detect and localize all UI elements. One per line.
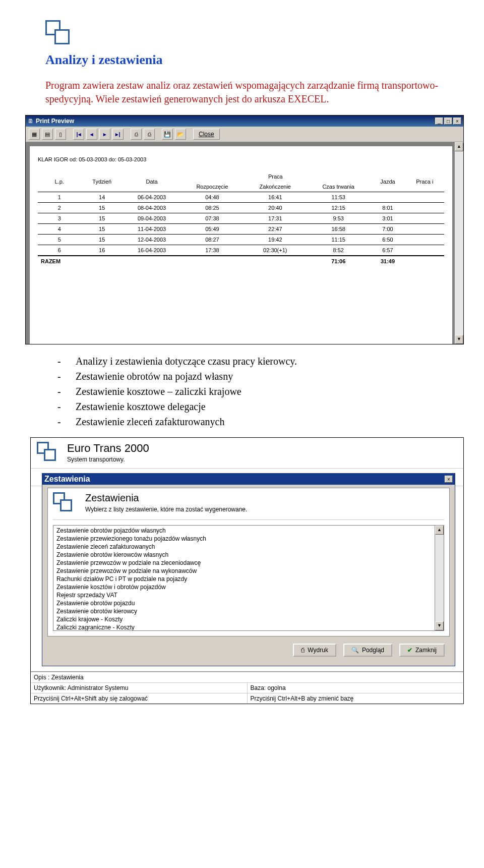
page-full-icon[interactable]: ▦ (29, 129, 40, 140)
listbox-item[interactable]: Zestawienie obrotów pojazdów własnych (54, 527, 443, 535)
table-cell: 20:40 (244, 203, 307, 213)
zamknij-label: Zamknij (415, 647, 437, 654)
first-page-icon[interactable]: |◂ (73, 129, 84, 140)
list-item: -Zestawienie kosztowe – zaliczki krajowe (57, 384, 444, 399)
report-table: L.p. Tydzień Data Praca Jazda Praca i Ro… (38, 171, 444, 266)
listbox-item[interactable]: Zestawienie obrotów kierowcy (54, 607, 443, 615)
wydruk-label: Wydruk (308, 647, 328, 654)
table-cell: 16 (81, 245, 123, 256)
prev-page-icon[interactable]: ◂ (86, 129, 97, 140)
save-icon[interactable]: 💾 (162, 129, 173, 140)
next-page-icon[interactable]: ▸ (99, 129, 110, 140)
bullet-dash: - (57, 384, 64, 399)
app-window: Euro Trans 2000 System transportowy. 👥 🗂… (30, 437, 464, 704)
col-pracai: Praca i (405, 171, 444, 192)
table-cell: 22:47 (244, 224, 307, 235)
close-button[interactable]: × (453, 118, 461, 125)
table-cell (405, 235, 444, 245)
zamknij-button[interactable]: ✔ Zamknij (399, 644, 445, 657)
table-cell: 02:30(+1) (244, 245, 307, 256)
preview-body: KLAR IGOR od: 05-03-2003 do: 05-03-2003 … (26, 142, 463, 344)
table-cell: 06-04-2003 (123, 192, 180, 203)
listbox-item[interactable]: Zestawienie przewozów w podziale na wyko… (54, 567, 443, 575)
scroll-down-icon[interactable]: ▼ (435, 621, 444, 630)
podglad-label: Podgląd (362, 647, 384, 654)
listbox-item[interactable]: Zaliczki zagraniczne - Koszty (54, 623, 443, 631)
close-preview-button[interactable]: Close (193, 129, 220, 140)
last-page-icon[interactable]: ▸| (112, 129, 124, 140)
table-cell: 2 (38, 203, 81, 213)
table-cell: 15 (81, 224, 123, 235)
list-item: -Zestawienie zleceń zafakturowanych (57, 414, 444, 429)
table-cell (370, 192, 405, 203)
wydruk-button[interactable]: ⎙ Wydruk (293, 644, 336, 657)
table-cell: 04:48 (180, 192, 244, 203)
listbox-item[interactable]: Zestawienie kosztów i obrotów pojazdów (54, 583, 443, 591)
table-cell: 19:42 (244, 235, 307, 245)
bullet-text: Analizy i zestawienia dotyczące czasu pr… (76, 354, 297, 369)
check-icon: ✔ (407, 647, 412, 654)
printer-setup-icon[interactable]: ⎙ (131, 129, 142, 140)
listbox-item[interactable]: Zaliczki krajowe - Koszty (54, 615, 443, 623)
open-icon[interactable]: 📂 (175, 129, 186, 140)
listbox-item[interactable]: Zestawienie przewiezionego tonażu pojazd… (54, 535, 443, 543)
total-cell: 31:49 (370, 256, 405, 266)
listbox-item[interactable]: Zestawienie przewozów w podziale na zlec… (54, 559, 443, 567)
listbox-item[interactable]: Zestawienie zleceń zafakturowanych (54, 543, 443, 551)
print-icon[interactable]: ⎙ (144, 129, 155, 140)
status-opis: Opis : Zestawienia (31, 672, 463, 682)
podglad-button[interactable]: 🔍 Podgląd (343, 644, 392, 657)
print-preview-titlebar[interactable]: 🗎 Print Preview _ □ × (26, 115, 463, 127)
table-cell (405, 245, 444, 256)
table-cell: 16-04-2003 (123, 245, 180, 256)
table-cell: 05:49 (180, 224, 244, 235)
listbox-scrollbar[interactable]: ▲ ▼ (435, 526, 444, 630)
status-hint1: Przyciśnij Ctrl+Alt+Shift aby się zalogo… (31, 693, 248, 704)
listbox-item[interactable]: Zestawienie obrotów pojazdu (54, 599, 443, 607)
col-jazda: Jazda (370, 171, 405, 192)
table-cell: 11:15 (307, 235, 370, 245)
scroll-down-icon[interactable]: ▼ (455, 335, 463, 344)
dialog-logo (53, 492, 76, 515)
table-cell: 12:15 (307, 203, 370, 213)
table-cell (405, 203, 444, 213)
bullet-dash: - (57, 414, 64, 429)
table-cell: 3 (38, 213, 81, 224)
col-lp: L.p. (38, 171, 81, 192)
printer-icon: ⎙ (301, 647, 305, 654)
zestawienia-dialog: Zestawienia × Zestawienia Wybierz z list… (42, 473, 455, 666)
listbox-item[interactable]: Zestawienie obrotów kierowców własnych (54, 551, 443, 559)
scroll-up-icon[interactable]: ▲ (455, 142, 463, 151)
table-cell (405, 213, 444, 224)
dialog-titlebar[interactable]: Zestawienia × (42, 474, 455, 485)
total-cell (81, 256, 123, 266)
table-cell: 15 (81, 213, 123, 224)
table-cell: 3:01 (370, 213, 405, 224)
table-cell: 8:01 (370, 203, 405, 213)
dialog-close-button[interactable]: × (445, 476, 453, 483)
listbox-item[interactable]: Rejestr sprzedaży VAT (54, 591, 443, 599)
table-cell: 5 (38, 235, 81, 245)
table-cell: 8:52 (307, 245, 370, 256)
dialog-subtext: Wybierz z listy zestawienie, które ma zo… (85, 506, 247, 513)
col-tydzien: Tydzień (81, 171, 123, 192)
listbox-item[interactable]: Rachunki działów PC i PT w podziale na p… (54, 575, 443, 583)
minimize-button[interactable]: _ (435, 118, 443, 125)
print-preview-window: 🗎 Print Preview _ □ × ▦ ▤ ▯ |◂ ◂ ▸ ▸| ⎙ … (25, 115, 464, 344)
dialog-title: Zestawienia (44, 475, 444, 484)
table-cell: 7:00 (370, 224, 405, 235)
preview-toolbar: ▦ ▤ ▯ |◂ ◂ ▸ ▸| ⎙ ⎙ 💾 📂 Close (26, 127, 463, 142)
maximize-button[interactable]: □ (444, 118, 452, 125)
zestawienia-listbox[interactable]: Zestawienie obrotów pojazdów własnychZes… (53, 525, 444, 631)
page-width-icon[interactable]: ▤ (42, 129, 53, 140)
page-fit-icon[interactable]: ▯ (55, 129, 66, 140)
intro-paragraph: Program zawiera zestaw analiz oraz zesta… (45, 79, 444, 106)
table-cell: 16:58 (307, 224, 370, 235)
list-item: -Zestawienie obrotów na pojazd własny (57, 369, 444, 384)
bullet-text: Zestawienie obrotów na pojazd własny (76, 369, 233, 384)
document-icon: 🗎 (28, 118, 34, 125)
preview-scrollbar[interactable]: ▲ ▼ (454, 142, 463, 344)
bullet-dash: - (57, 369, 64, 384)
table-cell: 6 (38, 245, 81, 256)
scroll-up-icon[interactable]: ▲ (435, 526, 444, 535)
